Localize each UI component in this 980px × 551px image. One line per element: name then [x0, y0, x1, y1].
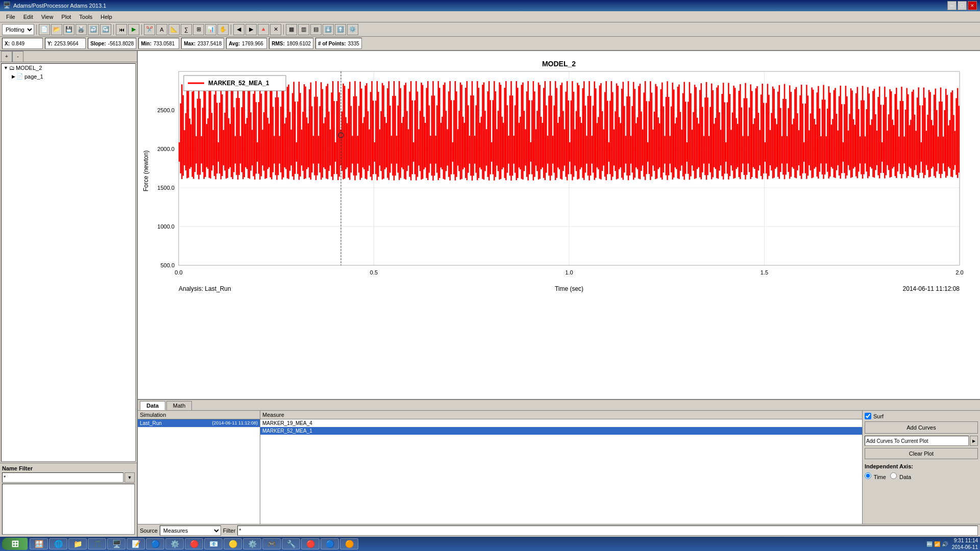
layout3-btn[interactable]: ▤ [310, 24, 322, 35]
svg-rect-279 [513, 136, 514, 164]
taskbar-app-settings[interactable]: ⚙️ [165, 538, 184, 549]
axis-data-radio[interactable] [890, 472, 897, 479]
redo-btn[interactable]: ↪️ [100, 24, 111, 35]
zoom-btn[interactable]: ✂️ [144, 24, 155, 35]
menu-tools[interactable]: Tools [75, 13, 96, 21]
svg-rect-616 [952, 90, 953, 177]
taskbar-app-game[interactable]: 🎮 [262, 538, 281, 549]
tree-expand-btn[interactable]: + [1, 51, 12, 62]
chart-area[interactable]: MODEL_2 Force (newton) [138, 51, 980, 399]
svg-rect-601 [932, 126, 934, 167]
svg-rect-117 [302, 112, 304, 171]
taskbar-app-red2[interactable]: 🔴 [301, 538, 320, 549]
taskbar-app-orange[interactable]: 🟠 [340, 538, 358, 549]
taskbar-app-ie[interactable]: 🌐 [49, 538, 67, 549]
svg-rect-284 [520, 117, 521, 169]
tree-node-model2[interactable]: ▼ 🗂 MODEL_2 [2, 64, 135, 72]
nav-x-btn[interactable]: ✕ [270, 24, 281, 35]
plot-btn[interactable]: 📊 [205, 24, 216, 35]
taskbar-app-explorer[interactable]: 📁 [68, 538, 87, 549]
export-btn[interactable]: ⬆️ [335, 24, 346, 35]
select-btn[interactable]: A [156, 24, 167, 35]
menu-view[interactable]: View [37, 13, 58, 21]
import-btn[interactable]: ⬇️ [323, 24, 334, 35]
measure-item-19[interactable]: MARKER_19_MEA_4 [260, 419, 862, 427]
svg-rect-473 [766, 103, 767, 173]
svg-rect-232 [452, 142, 454, 162]
settings-btn[interactable]: ⚙️ [347, 24, 358, 35]
measure-list: MARKER_19_MEA_4 MARKER_52_MEA_1 [260, 419, 862, 524]
taskbar-app-red[interactable]: 🔴 [185, 538, 203, 549]
maximize-button[interactable]: □ [958, 1, 967, 10]
open-btn[interactable]: 📂 [51, 24, 62, 35]
taskbar-app-media[interactable]: 🎵 [88, 538, 106, 549]
svg-rect-418 [694, 85, 696, 179]
new-btn[interactable]: 📄 [39, 24, 50, 35]
taskbar-app-gear[interactable]: ⚙️ [243, 538, 261, 549]
save-btn[interactable]: 💾 [63, 24, 75, 35]
clear-plot-button[interactable]: Clear Plot [865, 448, 978, 459]
menu-edit[interactable]: Edit [19, 13, 37, 21]
taskbar-app-blue[interactable]: 🔵 [146, 538, 164, 549]
svg-rect-121 [307, 123, 309, 167]
measure-btn[interactable]: 📐 [168, 24, 180, 35]
nav-left-btn[interactable]: ◀ [233, 24, 244, 35]
taskbar-apps: 🪟 🌐 📁 🎵 🖥️ 📝 🔵 ⚙️ 🔴 📧 🟡 ⚙️ 🎮 🔧 🔴 🔵 🟠 [30, 538, 926, 549]
svg-rect-274 [507, 105, 508, 172]
axis-time-radio[interactable] [865, 472, 871, 479]
taskbar-app-screen[interactable]: 🖥️ [107, 538, 126, 549]
svg-rect-437 [719, 112, 720, 170]
nav-right-btn[interactable]: ▶ [246, 24, 257, 35]
svg-text:2.0: 2.0 [955, 269, 963, 276]
measure-item-52[interactable]: MARKER_52_MEA_1 [260, 427, 862, 435]
svg-rect-560 [879, 87, 880, 179]
taskbar-app-windows[interactable]: 🪟 [30, 538, 48, 549]
layout2-btn[interactable]: ▥ [298, 24, 309, 35]
tab-data[interactable]: Data [140, 401, 165, 410]
filter-input[interactable] [237, 525, 978, 536]
svg-rect-578 [902, 101, 904, 174]
back-btn[interactable]: ⏮ [116, 24, 127, 35]
menu-help[interactable]: Help [96, 13, 116, 21]
start-button[interactable]: ⊞ [2, 538, 28, 550]
grid-btn[interactable]: ⊞ [193, 24, 204, 35]
svg-text:2000.0: 2000.0 [157, 146, 175, 152]
nav-up-btn[interactable]: 🔺 [258, 24, 269, 35]
svg-rect-188 [395, 96, 396, 176]
filter-dropdown-btn[interactable]: ▼ [125, 472, 135, 483]
taskbar-app-yellow[interactable]: 🟡 [224, 538, 242, 549]
name-filter-input[interactable] [2, 472, 124, 483]
add-curves-arrow-btn[interactable]: ▶ [970, 436, 978, 446]
play-btn[interactable]: ▶ [128, 24, 139, 35]
svg-rect-91 [268, 123, 270, 167]
taskbar-app-blue2[interactable]: 🔵 [321, 538, 339, 549]
pan-btn[interactable]: ✋ [217, 24, 229, 35]
svg-rect-85 [261, 94, 262, 177]
taskbar-app-mail[interactable]: 📧 [204, 538, 223, 549]
layout1-btn[interactable]: ▦ [286, 24, 297, 35]
minimize-button[interactable]: ─ [947, 1, 957, 10]
svg-rect-548 [863, 101, 865, 174]
taskbar-app-notepad[interactable]: 📝 [127, 538, 145, 549]
filter-btn[interactable]: ∑ [181, 24, 192, 35]
svg-rect-55 [222, 94, 223, 176]
add-curves-button[interactable]: Add Curves [865, 421, 978, 434]
svg-rect-83 [258, 102, 260, 173]
tree-collapse-btn[interactable]: - [12, 51, 23, 62]
svg-rect-443 [727, 103, 728, 174]
close-button[interactable]: ✕ [968, 1, 977, 10]
taskbar-app-tool[interactable]: 🔧 [282, 538, 300, 549]
source-select[interactable]: Measures [160, 525, 221, 536]
axis-time-label[interactable]: Time [865, 472, 886, 480]
print-btn[interactable]: 🖨️ [76, 24, 87, 35]
tab-math[interactable]: Math [166, 401, 192, 410]
menu-plot[interactable]: Plot [57, 13, 75, 21]
undo-btn[interactable]: ↩️ [88, 24, 99, 35]
axis-data-label[interactable]: Data [890, 472, 911, 480]
surf-checkbox[interactable] [865, 413, 871, 419]
mode-select[interactable]: Plotting [2, 24, 34, 35]
add-curves-to-current-plot-input[interactable] [865, 436, 969, 446]
tree-node-page1[interactable]: ▶ 📄 page_1 [2, 72, 135, 81]
menu-file[interactable]: File [2, 13, 19, 21]
sim-item-lastrun[interactable]: Last_Run (2014-06-11 11:12:08) [138, 419, 260, 427]
